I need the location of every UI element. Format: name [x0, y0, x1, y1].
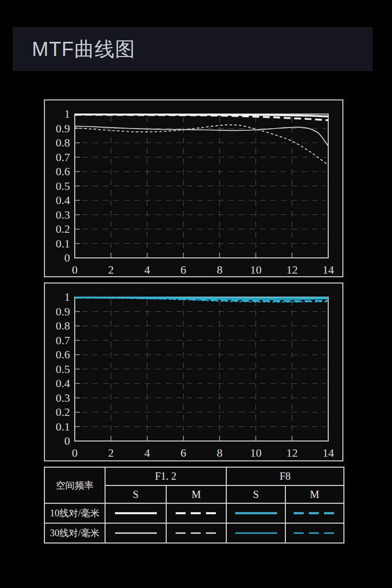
- legend-col-f1-2-m: M: [166, 485, 226, 503]
- mtf-chart-f1-2-canvas: 00.10.20.30.40.50.60.70.80.9102468101214: [44, 99, 343, 277]
- svg-text:0: 0: [64, 434, 70, 447]
- line-swatch-icon: [174, 511, 219, 515]
- legend-row-30lp-label: 30线对/毫米: [44, 523, 105, 543]
- svg-text:6: 6: [180, 446, 186, 459]
- svg-text:0.3: 0.3: [56, 391, 71, 404]
- svg-text:0.8: 0.8: [56, 319, 71, 332]
- legend-row-10lp-label: 10线对/毫米: [44, 503, 105, 523]
- svg-text:0.1: 0.1: [56, 237, 71, 250]
- svg-text:10: 10: [250, 446, 261, 459]
- swatch-f1-2-m-10lp: [166, 503, 226, 523]
- svg-text:10: 10: [250, 263, 261, 276]
- svg-text:1: 1: [64, 107, 70, 120]
- swatch-f8-s-10lp: [226, 503, 285, 523]
- svg-text:8: 8: [217, 263, 223, 276]
- swatch-f1-2-s-10lp: [105, 503, 166, 523]
- svg-text:0.5: 0.5: [56, 363, 71, 376]
- svg-text:0.1: 0.1: [56, 420, 71, 433]
- mtf-chart-f8: 00.10.20.30.40.50.60.70.80.9102468101214: [44, 282, 343, 461]
- svg-text:0: 0: [72, 263, 78, 276]
- svg-text:4: 4: [144, 263, 150, 276]
- title-bar: MTF曲线图: [13, 27, 373, 71]
- legend-row-10lp: 10线对/毫米: [44, 503, 344, 523]
- line-swatch-icon: [292, 511, 337, 515]
- line-swatch-icon: [292, 531, 337, 535]
- svg-text:0.2: 0.2: [56, 222, 71, 235]
- legend-col-f8-s: S: [226, 485, 285, 503]
- legend-row-30lp: 30线对/毫米: [44, 523, 344, 543]
- line-swatch-icon: [234, 511, 279, 515]
- svg-text:12: 12: [286, 263, 298, 276]
- svg-text:1: 1: [64, 290, 70, 303]
- svg-text:0.4: 0.4: [56, 377, 71, 390]
- page-title: MTF曲线图: [32, 36, 135, 63]
- page: { "header": { "title": "MTF曲线图" }, "colo…: [0, 0, 392, 588]
- line-swatch-icon: [113, 511, 158, 515]
- svg-text:2: 2: [108, 446, 114, 459]
- line-swatch-icon: [113, 531, 158, 535]
- svg-text:2: 2: [108, 263, 114, 276]
- mtf-chart-f1-2: 00.10.20.30.40.50.60.70.80.9102468101214: [44, 99, 343, 277]
- svg-text:0.8: 0.8: [56, 136, 71, 149]
- svg-text:0.6: 0.6: [56, 348, 71, 361]
- svg-text:14: 14: [322, 263, 334, 276]
- svg-text:12: 12: [286, 446, 298, 459]
- legend-table: 空间频率 F1. 2 F8 S M S M 10线对/毫米 30线对/毫米: [44, 467, 344, 544]
- svg-text:0.6: 0.6: [56, 165, 71, 178]
- swatch-f1-2-m-30lp: [166, 523, 226, 543]
- svg-text:0: 0: [64, 251, 70, 264]
- legend-corner-label: 空间频率: [44, 467, 105, 503]
- mtf-chart-f8-canvas: 00.10.20.30.40.50.60.70.80.9102468101214: [44, 282, 343, 461]
- svg-text:0.3: 0.3: [56, 208, 71, 221]
- svg-text:0.9: 0.9: [56, 122, 71, 135]
- svg-text:0: 0: [72, 446, 78, 459]
- svg-text:8: 8: [217, 446, 223, 459]
- legend-group-f8: F8: [226, 467, 344, 485]
- legend-col-f8-m: M: [285, 485, 344, 503]
- swatch-f1-2-s-30lp: [105, 523, 166, 543]
- svg-text:0.2: 0.2: [56, 405, 71, 419]
- line-swatch-icon: [174, 531, 219, 535]
- svg-text:6: 6: [180, 263, 186, 276]
- svg-text:0.9: 0.9: [56, 305, 71, 318]
- svg-text:4: 4: [144, 446, 150, 459]
- svg-text:0.7: 0.7: [56, 151, 71, 164]
- line-swatch-icon: [234, 531, 279, 535]
- swatch-f8-m-10lp: [285, 503, 344, 523]
- svg-text:0.5: 0.5: [56, 179, 71, 193]
- legend-col-f1-2-s: S: [105, 485, 166, 503]
- svg-text:0.7: 0.7: [56, 334, 71, 347]
- swatch-f8-s-30lp: [226, 523, 285, 543]
- swatch-f8-m-30lp: [285, 523, 344, 543]
- svg-text:14: 14: [322, 446, 334, 459]
- legend-group-f1-2: F1. 2: [105, 467, 226, 485]
- svg-text:0.4: 0.4: [56, 194, 71, 207]
